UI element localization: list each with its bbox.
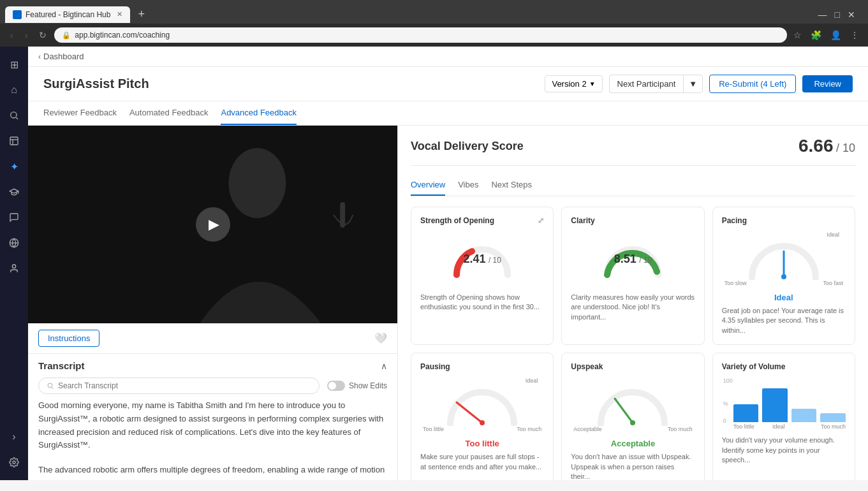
- opening-score-display: 2.41 / 10: [463, 253, 501, 266]
- tab-title: Featured - Bigtincan Hub: [26, 10, 110, 19]
- tab-reviewer-feedback[interactable]: Reviewer Feedback: [43, 101, 117, 125]
- sidebar-icon-chat[interactable]: [3, 206, 26, 229]
- metric-desc-opening: Strength of Opening shows how enthusiast…: [420, 293, 544, 312]
- sidebar-icon-files[interactable]: [3, 129, 26, 152]
- tab-advanced-feedback[interactable]: Advanced Feedback: [221, 101, 297, 125]
- play-button[interactable]: ▶: [196, 207, 230, 242]
- transcript-collapse-button[interactable]: ∧: [381, 361, 387, 371]
- window-maximize-button[interactable]: □: [832, 7, 842, 22]
- sidebar-icon-home[interactable]: ⌂: [3, 78, 26, 101]
- score-tab-vibes[interactable]: Vibes: [458, 175, 478, 196]
- page-header: SurgiAssist Pitch Version 2 ▼ Next Parti…: [28, 67, 868, 101]
- next-participant-button[interactable]: Next Participant: [609, 75, 684, 93]
- score-value: 6.66: [798, 136, 834, 156]
- menu-icon[interactable]: ⋮: [848, 27, 862, 43]
- sidebar-icon-arrow[interactable]: ›: [3, 425, 26, 448]
- volume-y-100-label: 100: [723, 377, 733, 384]
- transcript-title: Transcript: [38, 360, 85, 371]
- expand-opening-icon[interactable]: ⤢: [538, 216, 544, 225]
- show-edits-toggle[interactable]: Show Edits: [327, 381, 387, 391]
- version-selector[interactable]: Version 2 ▼: [545, 75, 602, 92]
- extensions-icon[interactable]: 🧩: [808, 27, 824, 43]
- metric-card-clarity: Clarity 8.51 / 10: [561, 207, 704, 345]
- url-text: app.bigtincan.com/coaching: [75, 31, 170, 40]
- pausing-toomuch-label: Too much: [517, 426, 541, 432]
- metric-card-opening: Strength of Opening ⤢ 2.41: [411, 207, 554, 345]
- video-container[interactable]: ▶: [28, 126, 397, 323]
- sidebar-icon-settings[interactable]: [3, 451, 26, 474]
- sidebar-icon-star[interactable]: ✦: [3, 155, 26, 178]
- pausing-toolittle-label: Too little: [423, 426, 444, 432]
- score-denom: / 10: [836, 142, 855, 154]
- score-tab-overview[interactable]: Overview: [411, 175, 445, 196]
- metric-chart-volume: 100 % 0 Too little Ideal: [722, 376, 846, 430]
- metric-title-pacing: Pacing: [722, 216, 846, 225]
- forward-button[interactable]: ›: [21, 27, 32, 43]
- pacing-slow-label: Too slow: [725, 280, 747, 286]
- pausing-gauge-svg: [444, 385, 520, 426]
- metric-chart-pausing: Ideal Too little Too much: [420, 376, 544, 434]
- svg-line-13: [52, 387, 53, 388]
- browser-tab[interactable]: Featured - Bigtincan Hub ✕: [5, 6, 130, 23]
- metric-card-upspeak: Upspeak Acceptable Too much: [561, 353, 704, 480]
- sidebar-icon-person[interactable]: [3, 257, 26, 280]
- metric-title-upspeak: Upspeak: [571, 362, 695, 371]
- bar-label-toomuch: Too much: [821, 423, 846, 430]
- address-bar[interactable]: 🔒 app.bigtincan.com/coaching: [54, 27, 787, 43]
- transcript-controls: Show Edits: [38, 377, 387, 394]
- left-sidebar: ⊞ ⌂ ✦ ›: [0, 47, 28, 480]
- breadcrumb[interactable]: ‹ Dashboard: [38, 52, 84, 61]
- new-tab-button[interactable]: +: [133, 5, 150, 24]
- metric-desc-volume: You didn't vary your volume enough. Iden…: [722, 436, 846, 465]
- upspeak-toomuch-label: Too much: [668, 426, 693, 432]
- pacing-fast-label: Too fast: [823, 280, 843, 286]
- breadcrumb-back-icon: ‹: [38, 52, 41, 61]
- metric-desc-clarity: Clarity measures how easily your words a…: [571, 293, 695, 322]
- top-bar: ‹ Dashboard: [28, 47, 868, 67]
- transcript-text-1: Good morning everyone, my name is Tabith…: [38, 399, 387, 452]
- bookmark-icon[interactable]: ☆: [791, 27, 804, 43]
- svg-point-19: [630, 420, 635, 425]
- svg-point-12: [48, 383, 52, 388]
- search-icon: [47, 382, 54, 390]
- svg-point-0: [11, 112, 17, 118]
- window-minimize-button[interactable]: —: [816, 7, 830, 22]
- svg-point-10: [228, 148, 286, 218]
- bar-chart-labels: Too little Ideal Too much: [722, 423, 846, 430]
- sidebar-icon-globe[interactable]: [3, 231, 26, 254]
- metric-card-volume: Variety of Volume 100 % 0: [712, 353, 855, 480]
- resubmit-button[interactable]: Re-Submit (4 Left): [709, 75, 796, 93]
- close-tab-icon[interactable]: ✕: [117, 10, 122, 18]
- tab-automated-feedback[interactable]: Automated Feedback: [129, 101, 209, 125]
- metric-chart-clarity: 8.51 / 10: [571, 230, 695, 288]
- sidebar-icon-search[interactable]: [3, 104, 26, 127]
- profile-icon[interactable]: 👤: [828, 27, 844, 43]
- bar-label-toolittle: Too little: [733, 423, 754, 430]
- bar-chart: [722, 377, 846, 422]
- score-tab-next-steps[interactable]: Next Steps: [491, 175, 532, 196]
- sidebar-icon-graduation[interactable]: [3, 180, 26, 203]
- score-header: Vocal Delivery Score 6.66 / 10: [411, 136, 855, 166]
- metric-status-pausing: Too little: [420, 439, 544, 448]
- back-button[interactable]: ‹: [6, 27, 17, 43]
- metrics-grid: Strength of Opening ⤢ 2.41: [411, 207, 855, 480]
- review-button[interactable]: Review: [802, 75, 853, 92]
- instructions-button[interactable]: Instructions: [38, 330, 99, 347]
- reload-button[interactable]: ↻: [35, 27, 50, 43]
- score-panel: Vocal Delivery Score 6.66 / 10 Overview …: [398, 126, 868, 480]
- window-close-button[interactable]: ✕: [845, 7, 858, 22]
- toggle-switch[interactable]: [327, 381, 345, 391]
- metric-chart-pacing: Ideal Too slow Too fast: [722, 230, 846, 288]
- metric-card-pausing: Pausing Ideal Too little Too much: [411, 353, 554, 480]
- upspeak-gauge-svg: [594, 385, 671, 426]
- heart-icon[interactable]: 🤍: [374, 332, 387, 344]
- bar-toolittle: [733, 404, 759, 422]
- next-participant-dropdown-button[interactable]: ▼: [683, 75, 703, 93]
- sidebar-icon-grid[interactable]: ⊞: [3, 53, 26, 76]
- search-input[interactable]: [58, 381, 311, 390]
- video-panel: ▶ Instructions 🤍 Transcript ∧: [28, 126, 398, 480]
- svg-point-8: [13, 461, 15, 464]
- metric-desc-pacing: Great job on pace! Your average rate is …: [722, 306, 846, 335]
- svg-line-18: [615, 399, 633, 423]
- toggle-knob: [328, 382, 336, 390]
